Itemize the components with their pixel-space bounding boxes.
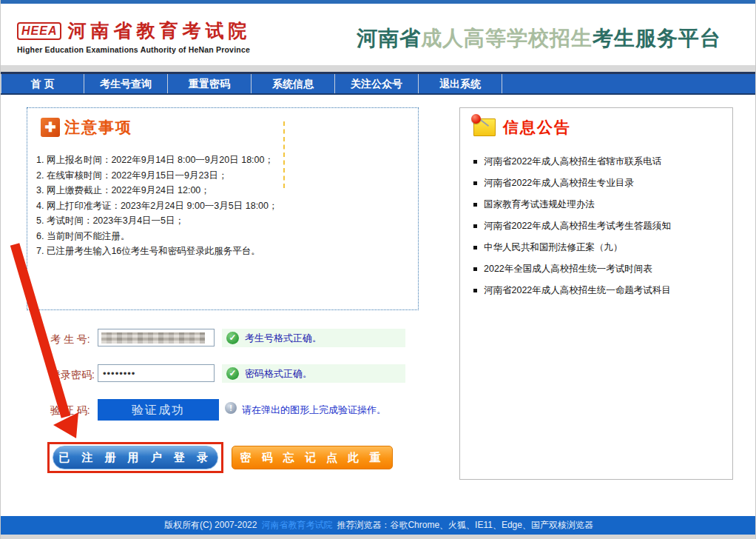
bullet-icon [473,203,477,207]
page-title-part2: 成人高等学校招生 [421,27,593,50]
page-title: 河南省成人高等学校招生考生服务平台 [337,24,740,53]
nav-item-reset-password[interactable]: 重置密码 [168,74,252,93]
bottom-strip [1,535,756,539]
notice-title: 注意事项 [64,117,132,138]
captcha-success-box[interactable]: 验证成功 [98,399,219,421]
announcements-title: 信息公告 [503,117,571,138]
footer-copyright: 版权所有(C) 2007-2022 [164,519,257,532]
nav-item-candidate-number-query[interactable]: 考生号查询 [84,74,168,93]
page-title-part3: 考生服务平台 [593,27,721,50]
heea-logo-badge: HEEA [17,22,61,40]
footer-authority-link[interactable]: 河南省教育考试院 [261,519,332,532]
notice-item: 3. 网上缴费截止：2022年9月24日 12:00； [36,183,410,198]
notice-panel: ✚ 注意事项 1. 网上报名时间：2022年9月14日 8:00一9月20日 1… [27,107,419,310]
candidate-number-status-text: 考生号格式正确。 [245,332,322,345]
footer: 版权所有(C) 2007-2022 河南省教育考试院 推荐浏览器：谷歌Chrom… [1,516,756,535]
footer-browsers-text: 推荐浏览器：谷歌Chrome、火狐、IE11、Edge、国产双核浏览器 [337,519,593,532]
announcements-list: 河南省2022年成人高校招生省辖市联系电话 河南省2022年成人高校招生专业目录… [473,151,725,301]
announcement-link[interactable]: 河南省2022年成人高校招生专业目录 [473,173,725,194]
password-status-text: 密码格式正确。 [245,367,312,381]
password-label: 登录密码: [50,369,95,382]
announcement-link[interactable]: 河南省2022年成人高校招生考试考生答题须知 [473,215,725,237]
candidate-number-status: ✓ 考生号格式正确。 [222,329,405,347]
nav-item-home[interactable]: 首 页 [1,74,84,93]
announcement-text: 河南省2022年成人高校招生统一命题考试科目 [484,280,671,301]
announcement-text: 2022年全国成人高校招生统一考试时间表 [484,258,652,280]
nav-item-system-info[interactable]: 系统信息 [252,74,335,93]
bullet-icon [473,160,477,164]
announcement-link[interactable]: 河南省2022年成人高校招生统一命题考试科目 [473,280,725,301]
nav-item-exit-system[interactable]: 退出系统 [419,74,502,93]
check-icon: ✓ [226,332,239,344]
notice-item: 6. 当前时间不能注册。 [36,229,410,244]
bullet-icon [473,224,477,228]
site-logo: HEEA 河南省教育考试院 Higher Education Examinati… [17,19,251,54]
candidate-number-redacted-value [101,332,205,344]
bullet-icon [473,246,477,250]
bullet-icon [473,289,477,292]
notice-item: 2. 在线审核时间：2022年9月15日一9月23日； [36,168,410,184]
candidate-number-input[interactable] [98,329,215,346]
announcement-text: 河南省2022年成人高校招生专业目录 [484,173,634,194]
notice-panel-header: ✚ 注意事项 [41,117,132,138]
notice-item: 4. 网上打印准考证：2023年2月24日 9:00一3月5日 18:00； [36,198,410,214]
forgot-password-reset-button[interactable]: 密 码 忘 记 点 此 重 置 [232,446,393,469]
header: HEEA 河南省教育考试院 Higher Education Examinati… [1,4,756,65]
announcements-panel: 信息公告 河南省2022年成人高校招生省辖市联系电话 河南省2022年成人高校招… [459,107,733,480]
registered-user-login-button[interactable]: 已 注 册 用 户 登 录 [53,446,218,469]
notice-item: 7. 已注册考生输入16位考生号和密码登录此服务平台。 [36,244,410,259]
announcement-link[interactable]: 中华人民共和国刑法修正案（九） [473,237,725,258]
bullet-icon [473,267,477,271]
notice-item: 1. 网上报名时间：2022年9月14日 8:00一9月20日 18:00； [36,153,410,168]
candidate-number-label: 考 生 号: [50,333,90,346]
bullet-icon [473,181,477,185]
sticky-note-pin-icon [473,118,496,136]
password-masked-value: •••••••• [103,368,135,379]
page: HEEA 河南省教育考试院 Higher Education Examinati… [0,0,756,539]
captcha-label: 验 证 码: [50,404,90,418]
logo-subtitle: Higher Education Examinations Authority … [17,45,251,54]
notice-cross-icon: ✚ [41,118,60,137]
notice-item: 5. 考试时间：2023年3月4日一5日； [36,213,410,229]
nav-item-follow-account[interactable]: 关注公众号 [335,74,419,93]
main-nav: 首 页 考生号查询 重置密码 系统信息 关注公众号 退出系统 [1,72,756,95]
captcha-hint-text: 请在弹出的图形上完成验证操作。 [242,404,386,417]
announcement-text: 国家教育考试违规处理办法 [484,194,595,215]
announcement-link[interactable]: 2022年全国成人高校招生统一考试时间表 [473,258,725,280]
info-icon: ! [225,402,237,414]
header-divider [1,65,756,72]
password-status: ✓ 密码格式正确。 [222,364,405,383]
announcement-link[interactable]: 河南省2022年成人高校招生省辖市联系电话 [473,151,725,173]
logo-title: 河南省教育考试院 [67,19,251,43]
announcement-text: 中华人民共和国刑法修正案（九） [484,237,623,258]
page-title-part1: 河南省 [357,27,421,50]
password-input[interactable]: •••••••• [98,364,215,382]
announcement-link[interactable]: 国家教育考试违规处理办法 [473,194,725,215]
check-icon: ✓ [226,367,239,380]
announcements-header: 信息公告 [473,117,571,138]
notice-list: 1. 网上报名时间：2022年9月14日 8:00一9月20日 18:00； 2… [36,153,410,259]
announcement-text: 河南省2022年成人高校招生省辖市联系电话 [484,151,661,173]
announcement-text: 河南省2022年成人高校招生考试考生答题须知 [484,215,671,237]
